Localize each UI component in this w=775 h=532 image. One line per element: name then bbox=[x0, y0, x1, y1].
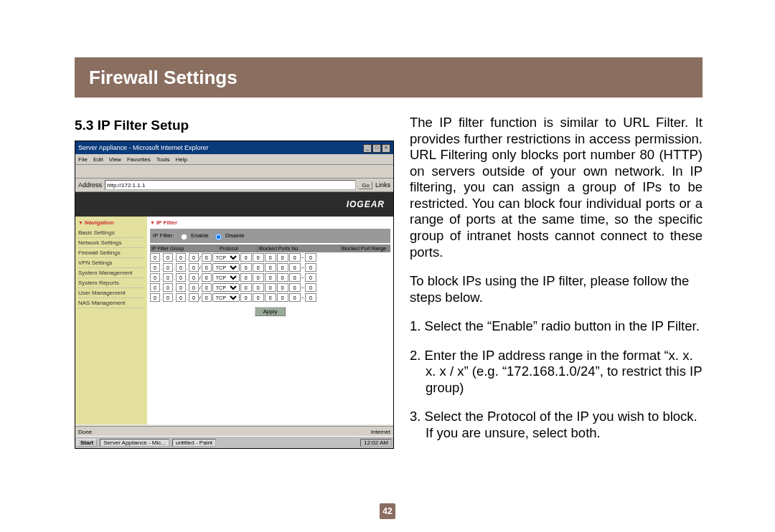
ip-octet-input[interactable] bbox=[189, 273, 199, 282]
port-range-to[interactable] bbox=[305, 293, 316, 302]
port-range-to[interactable] bbox=[305, 253, 316, 262]
ip-octet-input[interactable] bbox=[150, 253, 160, 262]
brand-header: IOGEAR bbox=[75, 192, 393, 217]
close-icon[interactable]: × bbox=[382, 144, 390, 153]
protocol-select[interactable]: TCP bbox=[212, 283, 240, 292]
nav-nas-management[interactable]: NAS Management bbox=[78, 298, 144, 308]
step-1: 1. Select the “Enable” radio button in t… bbox=[410, 318, 703, 335]
address-input[interactable] bbox=[105, 180, 356, 190]
port-input[interactable] bbox=[265, 273, 276, 282]
menu-favorites[interactable]: Favorites bbox=[127, 156, 151, 163]
port-range-to[interactable] bbox=[305, 283, 316, 292]
protocol-select[interactable]: TCP bbox=[212, 273, 240, 282]
ip-mask-input[interactable] bbox=[202, 273, 212, 282]
go-button[interactable]: Go bbox=[359, 181, 372, 189]
port-range-from[interactable] bbox=[289, 263, 301, 272]
port-input[interactable] bbox=[277, 253, 288, 262]
ip-octet-input[interactable] bbox=[176, 273, 186, 282]
port-range-to[interactable] bbox=[305, 273, 316, 282]
ip-octet-input[interactable] bbox=[163, 273, 173, 282]
ip-octet-input[interactable] bbox=[189, 293, 199, 302]
port-input[interactable] bbox=[253, 293, 264, 302]
port-input[interactable] bbox=[240, 253, 252, 262]
ip-octet-input[interactable] bbox=[163, 283, 173, 292]
port-input[interactable] bbox=[265, 283, 276, 292]
start-button[interactable]: Start bbox=[77, 439, 97, 447]
ip-octet-input[interactable] bbox=[163, 293, 173, 302]
nav-system-reports[interactable]: System Reports bbox=[78, 278, 144, 288]
port-input[interactable] bbox=[277, 263, 288, 272]
nav-basic-settings[interactable]: Basic Settings bbox=[78, 228, 144, 238]
ip-octet-input[interactable] bbox=[176, 253, 186, 262]
port-input[interactable] bbox=[253, 263, 264, 272]
minimize-icon[interactable]: _ bbox=[363, 144, 372, 153]
ip-octet-input[interactable] bbox=[163, 263, 173, 272]
col-range: Blocked Port Range bbox=[340, 244, 390, 252]
port-range-from[interactable] bbox=[289, 273, 301, 282]
menu-file[interactable]: File bbox=[78, 156, 88, 163]
protocol-select[interactable]: TCP bbox=[212, 253, 240, 262]
table-header: IP Filter Group Protocol Blocked Ports N… bbox=[150, 244, 390, 252]
port-input[interactable] bbox=[277, 293, 288, 302]
port-range-from[interactable] bbox=[289, 253, 301, 262]
ip-mask-input[interactable] bbox=[202, 283, 212, 292]
ip-mask-input[interactable] bbox=[202, 293, 212, 302]
nav-user-management[interactable]: User Management bbox=[78, 288, 144, 298]
protocol-select[interactable]: TCP bbox=[212, 293, 240, 302]
menu-help[interactable]: Help bbox=[175, 156, 187, 163]
port-input[interactable] bbox=[240, 293, 252, 302]
col-ip: IP Filter Group bbox=[150, 244, 218, 252]
port-input[interactable] bbox=[265, 293, 276, 302]
port-input[interactable] bbox=[265, 253, 276, 262]
nav-system-management[interactable]: System Management bbox=[78, 268, 144, 278]
ip-octet-input[interactable] bbox=[176, 283, 186, 292]
port-input[interactable] bbox=[253, 273, 264, 282]
banner: Firewall Settings bbox=[75, 57, 703, 98]
port-input[interactable] bbox=[253, 283, 264, 292]
nav-firewall-settings[interactable]: Firewall Settings bbox=[78, 248, 144, 258]
port-input[interactable] bbox=[277, 273, 288, 282]
body-p2: To block IPs using the IP filter, please… bbox=[410, 273, 703, 305]
port-input[interactable] bbox=[240, 283, 252, 292]
ip-octet-input[interactable] bbox=[150, 273, 160, 282]
ip-mask-input[interactable] bbox=[202, 263, 212, 272]
status-bar: Done Internet bbox=[75, 426, 393, 437]
nav-title: Navigation bbox=[78, 219, 144, 226]
col-ports: Blocked Ports No. bbox=[258, 244, 340, 252]
port-input[interactable] bbox=[265, 263, 276, 272]
menu-bar: File Edit View Favorites Tools Help bbox=[75, 154, 393, 165]
apply-button[interactable]: Apply bbox=[255, 307, 285, 316]
ip-mask-input[interactable] bbox=[202, 253, 212, 262]
menu-view[interactable]: View bbox=[109, 156, 121, 163]
enable-radio[interactable] bbox=[181, 234, 187, 240]
ip-octet-input[interactable] bbox=[189, 283, 199, 292]
port-input[interactable] bbox=[240, 273, 252, 282]
ip-octet-input[interactable] bbox=[150, 283, 160, 292]
port-range-to[interactable] bbox=[305, 263, 316, 272]
page-number: 42 bbox=[0, 503, 775, 519]
nav-vpn-settings[interactable]: VPN Settings bbox=[78, 258, 144, 268]
protocol-select[interactable]: TCP bbox=[212, 263, 240, 272]
ip-octet-input[interactable] bbox=[150, 263, 160, 272]
port-input[interactable] bbox=[253, 253, 264, 262]
maximize-icon[interactable]: □ bbox=[372, 144, 381, 153]
ip-octet-input[interactable] bbox=[176, 263, 186, 272]
port-range-from[interactable] bbox=[289, 283, 301, 292]
ip-octet-input[interactable] bbox=[176, 293, 186, 302]
menu-tools[interactable]: Tools bbox=[156, 156, 170, 163]
ip-octet-input[interactable] bbox=[150, 293, 160, 302]
nav-network-settings[interactable]: Network Settings bbox=[78, 238, 144, 248]
taskbar-item-1[interactable]: Server Appliance - Mic... bbox=[100, 439, 169, 447]
taskbar-item-2[interactable]: untitled - Paint bbox=[172, 439, 216, 447]
disable-radio[interactable] bbox=[215, 234, 222, 240]
port-input[interactable] bbox=[277, 283, 288, 292]
port-range-from[interactable] bbox=[289, 293, 301, 302]
ip-octet-input[interactable] bbox=[189, 263, 199, 272]
ip-octet-input[interactable] bbox=[189, 253, 199, 262]
window-buttons: _□× bbox=[362, 143, 390, 153]
taskbar: Start Server Appliance - Mic... untitled… bbox=[75, 436, 393, 448]
menu-edit[interactable]: Edit bbox=[93, 156, 103, 163]
port-input[interactable] bbox=[240, 263, 252, 272]
content-area: 5.3 IP Filter Setup Server Appliance - M… bbox=[75, 115, 703, 455]
ip-octet-input[interactable] bbox=[163, 253, 173, 262]
